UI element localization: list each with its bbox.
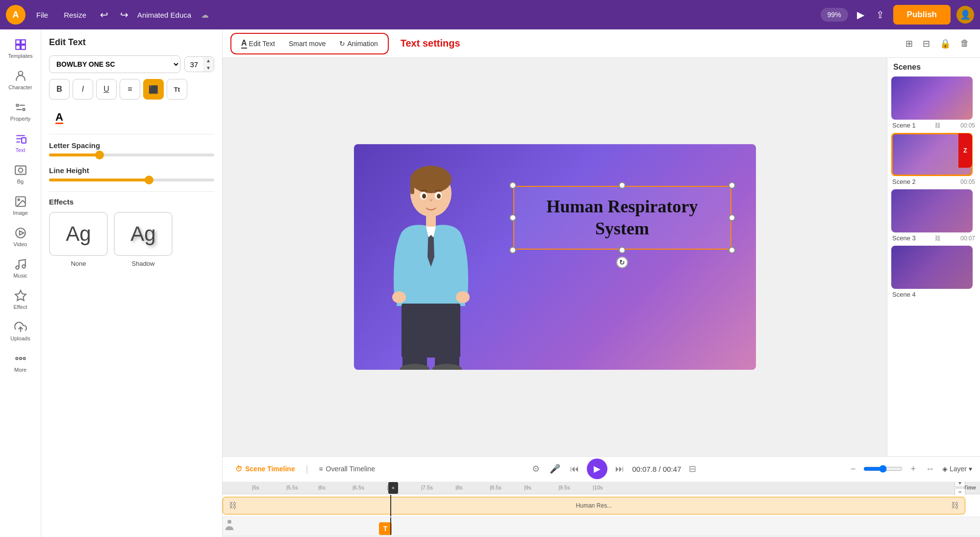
scene-2-item[interactable]: Z Scene 2 00:05 [891, 133, 976, 185]
undo-button[interactable]: ↩ [97, 7, 111, 23]
handle-mr[interactable] [729, 214, 735, 221]
timeline-plus-minus: + − [955, 482, 965, 496]
save-icon: ☁ [201, 10, 209, 20]
sidebar-label-video: Video [14, 241, 27, 247]
rotate-handle[interactable]: ↻ [616, 256, 628, 268]
font-size-down[interactable]: ▼ [203, 64, 214, 72]
timeline-add-btn[interactable]: + [955, 482, 965, 487]
canvas-wrapper: ↻ Human Respiratory System [223, 58, 887, 456]
zoom-out-btn[interactable]: − [849, 462, 858, 476]
scene-2-thumb[interactable]: Z [891, 133, 973, 176]
timeline-tracks: |5s |5.5s |6s |6.5s |7s |7.5s |8s |8.5s … [223, 482, 980, 537]
scene-1-thumb[interactable] [891, 77, 973, 120]
effect-none-box[interactable]: Ag [49, 212, 108, 256]
scene-1-item[interactable]: Scene 1 ⛓ 00:05 [891, 77, 976, 129]
canvas-text-box[interactable]: Human Respiratory System [513, 186, 731, 250]
sidebar-item-character[interactable]: Character [2, 65, 39, 95]
scene-4-thumb[interactable] [891, 246, 973, 289]
handle-tc[interactable] [619, 182, 626, 189]
align-button[interactable]: ≡ [120, 79, 140, 100]
sidebar-item-video[interactable]: Video [2, 222, 39, 252]
case-button[interactable]: Tt [167, 79, 187, 100]
effect-shadow-label: Shadow [132, 260, 155, 267]
svg-rect-0 [16, 40, 20, 44]
publish-button[interactable]: Publish [893, 5, 951, 25]
playback-settings-btn[interactable]: ⚙ [530, 461, 542, 476]
play-button[interactable]: ▶ [587, 459, 607, 479]
playhead-top-marker[interactable]: ≡ [388, 482, 398, 494]
letter-spacing-slider[interactable] [49, 153, 214, 156]
lock-icon-btn[interactable]: 🔒 [937, 35, 954, 52]
preview-icon[interactable]: ▶ [854, 6, 867, 24]
text-color-button[interactable]: A [49, 107, 70, 128]
sidebar-label-templates: Templates [8, 53, 32, 59]
mic-btn[interactable]: 🎤 [548, 461, 562, 476]
zoom-control[interactable]: 99% [821, 8, 848, 22]
sidebar-item-property[interactable]: Property [2, 96, 39, 127]
font-family-select[interactable]: BOWLBY ONE SC [49, 55, 180, 73]
text-settings-box[interactable]: A Edit Text Smart move ↻ Animation [230, 33, 389, 54]
handle-ml[interactable] [509, 214, 516, 221]
resize-menu[interactable]: Resize [59, 8, 91, 22]
animation-tab[interactable]: ↻ Animation [334, 37, 382, 51]
zoom-in-btn[interactable]: + [908, 462, 918, 476]
edit-text-tab[interactable]: A Edit Text [236, 36, 280, 51]
file-menu[interactable]: File [31, 8, 53, 22]
scene-1-preview [912, 86, 952, 110]
align-icon-btn[interactable]: ⊟ [920, 35, 933, 52]
handle-br[interactable] [729, 247, 735, 254]
underline-button[interactable]: U [96, 79, 117, 100]
skip-forward-btn[interactable]: ⏭ [613, 462, 626, 476]
collapse-panel-button[interactable]: ‹ [222, 274, 223, 293]
sidebar-item-music[interactable]: Music [2, 253, 39, 283]
handle-bl[interactable] [509, 247, 516, 254]
sidebar-label-music: Music [13, 273, 27, 279]
main-clip[interactable]: ⛓ Human Res... ⛓ [223, 497, 965, 514]
scene-3-thumb[interactable] [891, 189, 973, 232]
effects-label: Effects [49, 198, 214, 206]
smart-move-tab[interactable]: Smart move [284, 37, 330, 51]
delete-icon-btn[interactable]: 🗑 [957, 35, 972, 51]
font-size-up[interactable]: ▲ [203, 57, 214, 64]
effect-shadow-box[interactable]: Ag [114, 212, 173, 256]
redo-button[interactable]: ↪ [117, 7, 131, 23]
sidebar-item-uploads[interactable]: Uploads [2, 316, 39, 346]
sidebar-item-bg[interactable]: Bg [2, 159, 39, 189]
sidebar-item-image[interactable]: Image [2, 190, 39, 221]
highlight-button[interactable]: ⬛ [143, 79, 164, 100]
scene-4-item[interactable]: Scene 4 [891, 246, 976, 298]
handle-tr[interactable] [729, 182, 735, 189]
app-logo[interactable]: A [6, 5, 25, 25]
scene-3-item[interactable]: Scene 3 ⛓ 00:07 [891, 189, 976, 242]
sidebar-label-character: Character [8, 84, 32, 90]
text-color-row: A [49, 107, 214, 128]
share-icon[interactable]: ⇪ [873, 6, 887, 24]
user-avatar[interactable]: 👤 [956, 6, 974, 24]
edit-panel-title: Edit Text [49, 37, 214, 48]
skip-back-btn[interactable]: ⏮ [568, 462, 581, 476]
fit-btn[interactable]: ↔ [924, 462, 936, 476]
zoom-slider[interactable] [863, 465, 903, 473]
sidebar-item-more[interactable]: More [2, 347, 39, 378]
svg-point-4 [18, 71, 23, 76]
caption-btn[interactable]: ⊟ [687, 461, 698, 476]
overall-timeline-tab[interactable]: ≡ Overall Timeline [314, 462, 380, 476]
line-height-thumb[interactable] [145, 176, 153, 184]
handle-bc[interactable] [619, 247, 626, 254]
canvas[interactable]: ↻ Human Respiratory System [354, 144, 756, 370]
smart-move-label: Smart move [289, 40, 326, 48]
layer-button[interactable]: ◈ Layer ▾ [942, 465, 972, 473]
svg-rect-41 [912, 199, 952, 223]
selected-text-box-wrapper: ↻ Human Respiratory System [513, 186, 731, 250]
sidebar-item-templates[interactable]: Templates [2, 33, 39, 64]
handle-tl[interactable] [509, 182, 516, 189]
line-height-slider[interactable] [49, 179, 214, 181]
sidebar-item-effect[interactable]: Effect [2, 284, 39, 315]
letter-spacing-thumb[interactable] [95, 151, 104, 159]
svg-point-21 [23, 358, 25, 359]
bold-button[interactable]: B [49, 79, 70, 100]
grid-icon-btn[interactable]: ⊞ [903, 35, 916, 52]
sidebar-item-text[interactable]: Text [2, 128, 39, 158]
scene-timeline-tab[interactable]: ⏱ Scene Timeline [230, 462, 300, 476]
italic-button[interactable]: I [73, 79, 93, 100]
